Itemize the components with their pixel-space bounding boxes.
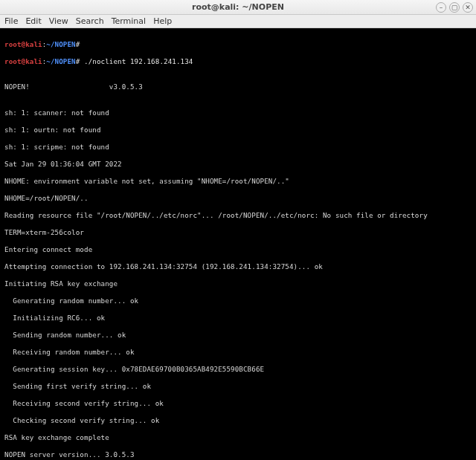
prompt-path: ~/NOPEN bbox=[46, 57, 75, 65]
out-line: sh: 1: ourtn: not found bbox=[4, 126, 472, 135]
out-line: Sending random number... ok bbox=[4, 331, 472, 340]
menu-view[interactable]: View bbox=[49, 16, 68, 26]
out-line: NHOME: environment variable not set, ass… bbox=[4, 177, 472, 186]
terminal-window: root@kali: ~/NOPEN – ▢ ✕ File Edit View … bbox=[0, 0, 476, 460]
out-line: sh: 1: scripme: not found bbox=[4, 143, 472, 152]
prompt-line-2: root@kali:~/NOPEN# ./noclient 192.168.24… bbox=[4, 57, 472, 66]
out-line: NOPEN server version... 3.0.5.3 bbox=[4, 450, 472, 459]
out-line: Sending first verify string... ok bbox=[4, 382, 472, 391]
out-line: Entering connect mode bbox=[4, 245, 472, 254]
prompt-user: root@kali bbox=[4, 57, 42, 65]
out-banner: NOPEN! v3.0.5.3 bbox=[4, 82, 472, 91]
terminal-body[interactable]: root@kali:~/NOPEN# root@kali:~/NOPEN# ./… bbox=[0, 28, 476, 460]
command-text: ./noclient 192.168.241.134 bbox=[84, 57, 193, 65]
out-line: Initializing RC6... ok bbox=[4, 314, 472, 323]
minimize-button[interactable]: – bbox=[436, 2, 446, 13]
menu-search[interactable]: Search bbox=[76, 16, 104, 26]
out-line: NHOME=/root/NOPEN/.. bbox=[4, 194, 472, 203]
menu-help[interactable]: Help bbox=[153, 16, 172, 26]
prompt-path: ~/NOPEN bbox=[46, 40, 75, 48]
close-button[interactable]: ✕ bbox=[463, 2, 473, 13]
out-line: Receiving second verify string... ok bbox=[4, 399, 472, 408]
menu-file[interactable]: File bbox=[4, 16, 18, 26]
out-line: Sat Jan 29 01:36:04 GMT 2022 bbox=[4, 160, 472, 169]
out-line: Receiving random number... ok bbox=[4, 348, 472, 357]
out-line: Checking second verify string... ok bbox=[4, 416, 472, 425]
out-line: sh: 1: scanner: not found bbox=[4, 108, 472, 117]
out-line: Generating random number... ok bbox=[4, 297, 472, 305]
maximize-button[interactable]: ▢ bbox=[449, 2, 460, 13]
out-line: Generating session key... 0x78EDAE69700B… bbox=[4, 365, 472, 374]
out-line: Reading resource file "/root/NOPEN/../et… bbox=[4, 211, 472, 220]
menubar: File Edit View Search Terminal Help bbox=[0, 15, 476, 28]
out-line: TERM=xterm-256color bbox=[4, 228, 472, 237]
menu-edit[interactable]: Edit bbox=[25, 16, 41, 26]
window-controls: – ▢ ✕ bbox=[436, 2, 473, 13]
out-line: Attempting connection to 192.168.241.134… bbox=[4, 262, 472, 271]
prompt-user: root@kali bbox=[4, 40, 42, 48]
menu-terminal[interactable]: Terminal bbox=[112, 16, 147, 26]
out-line: RSA key exchange complete bbox=[4, 433, 472, 442]
titlebar: root@kali: ~/NOPEN – ▢ ✕ bbox=[0, 0, 476, 15]
prompt-line-1: root@kali:~/NOPEN# bbox=[4, 40, 472, 49]
out-line: Initiating RSA key exchange bbox=[4, 279, 472, 288]
window-title: root@kali: ~/NOPEN bbox=[0, 2, 476, 12]
